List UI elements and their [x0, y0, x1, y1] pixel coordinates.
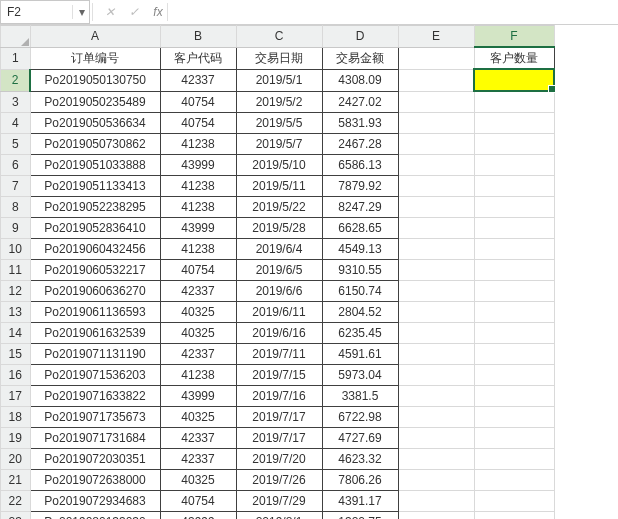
cell-A7[interactable]: Po2019051133413 [30, 176, 160, 197]
cell-D1[interactable]: 交易金额 [322, 47, 398, 69]
formula-input[interactable] [174, 0, 618, 24]
row-header-6[interactable]: 6 [1, 155, 31, 176]
cell-B3[interactable]: 40754 [160, 91, 236, 113]
cell-D23[interactable]: 1320.75 [322, 512, 398, 520]
cell-F9[interactable] [474, 218, 554, 239]
cell-B4[interactable]: 40754 [160, 113, 236, 134]
cell-E1[interactable] [398, 47, 474, 69]
cell-B21[interactable]: 40325 [160, 470, 236, 491]
cell-C7[interactable]: 2019/5/11 [236, 176, 322, 197]
cell-E6[interactable] [398, 155, 474, 176]
row-header-23[interactable]: 23 [1, 512, 31, 520]
cell-C12[interactable]: 2019/6/6 [236, 281, 322, 302]
cell-D6[interactable]: 6586.13 [322, 155, 398, 176]
name-box[interactable]: F2 ▾ [0, 0, 90, 24]
cell-D17[interactable]: 3381.5 [322, 386, 398, 407]
cell-F20[interactable] [474, 449, 554, 470]
grid[interactable]: A B C D E F 1订单编号客户代码交易日期交易金额客户数量2Po2019… [0, 25, 618, 519]
row-header-3[interactable]: 3 [1, 91, 31, 113]
cell-B1[interactable]: 客户代码 [160, 47, 236, 69]
cell-E15[interactable] [398, 344, 474, 365]
cell-F1[interactable]: 客户数量 [474, 47, 554, 69]
row-header-8[interactable]: 8 [1, 197, 31, 218]
cell-E14[interactable] [398, 323, 474, 344]
cell-B11[interactable]: 40754 [160, 260, 236, 281]
cell-A23[interactable]: Po2019080133030 [30, 512, 160, 520]
cell-F3[interactable] [474, 91, 554, 113]
cell-A20[interactable]: Po2019072030351 [30, 449, 160, 470]
cell-C15[interactable]: 2019/7/11 [236, 344, 322, 365]
cell-A4[interactable]: Po2019050536634 [30, 113, 160, 134]
cell-A11[interactable]: Po2019060532217 [30, 260, 160, 281]
row-header-19[interactable]: 19 [1, 428, 31, 449]
cell-A14[interactable]: Po2019061632539 [30, 323, 160, 344]
cell-F6[interactable] [474, 155, 554, 176]
cell-B22[interactable]: 40754 [160, 491, 236, 512]
cell-D18[interactable]: 6722.98 [322, 407, 398, 428]
col-header-B[interactable]: B [160, 26, 236, 48]
cell-E20[interactable] [398, 449, 474, 470]
cell-C5[interactable]: 2019/5/7 [236, 134, 322, 155]
cell-D22[interactable]: 4391.17 [322, 491, 398, 512]
cell-F10[interactable] [474, 239, 554, 260]
col-header-E[interactable]: E [398, 26, 474, 48]
cell-F16[interactable] [474, 365, 554, 386]
row-header-14[interactable]: 14 [1, 323, 31, 344]
cell-C18[interactable]: 2019/7/17 [236, 407, 322, 428]
cell-A19[interactable]: Po2019071731684 [30, 428, 160, 449]
cell-A8[interactable]: Po2019052238295 [30, 197, 160, 218]
cell-B9[interactable]: 43999 [160, 218, 236, 239]
row-header-7[interactable]: 7 [1, 176, 31, 197]
cell-C19[interactable]: 2019/7/17 [236, 428, 322, 449]
cell-E3[interactable] [398, 91, 474, 113]
cell-E4[interactable] [398, 113, 474, 134]
cell-C22[interactable]: 2019/7/29 [236, 491, 322, 512]
cell-B14[interactable]: 40325 [160, 323, 236, 344]
cell-E18[interactable] [398, 407, 474, 428]
cell-C14[interactable]: 2019/6/16 [236, 323, 322, 344]
cell-C1[interactable]: 交易日期 [236, 47, 322, 69]
cell-D9[interactable]: 6628.65 [322, 218, 398, 239]
cell-F5[interactable] [474, 134, 554, 155]
cell-C21[interactable]: 2019/7/26 [236, 470, 322, 491]
cell-A17[interactable]: Po2019071633822 [30, 386, 160, 407]
fx-icon[interactable]: fx [151, 5, 165, 19]
cell-D21[interactable]: 7806.26 [322, 470, 398, 491]
worksheet-grid[interactable]: A B C D E F 1订单编号客户代码交易日期交易金额客户数量2Po2019… [0, 25, 555, 519]
row-header-18[interactable]: 18 [1, 407, 31, 428]
col-header-F[interactable]: F [474, 26, 554, 48]
cell-D3[interactable]: 2427.02 [322, 91, 398, 113]
cell-C17[interactable]: 2019/7/16 [236, 386, 322, 407]
cell-F21[interactable] [474, 470, 554, 491]
row-header-22[interactable]: 22 [1, 491, 31, 512]
col-header-C[interactable]: C [236, 26, 322, 48]
cell-B2[interactable]: 42337 [160, 69, 236, 91]
cell-E16[interactable] [398, 365, 474, 386]
cell-E10[interactable] [398, 239, 474, 260]
cell-F18[interactable] [474, 407, 554, 428]
cell-F19[interactable] [474, 428, 554, 449]
cell-B7[interactable]: 41238 [160, 176, 236, 197]
row-header-4[interactable]: 4 [1, 113, 31, 134]
col-header-A[interactable]: A [30, 26, 160, 48]
cell-B15[interactable]: 42337 [160, 344, 236, 365]
col-header-D[interactable]: D [322, 26, 398, 48]
cell-C16[interactable]: 2019/7/15 [236, 365, 322, 386]
cell-E23[interactable] [398, 512, 474, 520]
name-box-dropdown-icon[interactable]: ▾ [72, 5, 89, 19]
cell-D2[interactable]: 4308.09 [322, 69, 398, 91]
cell-A3[interactable]: Po2019050235489 [30, 91, 160, 113]
cell-C4[interactable]: 2019/5/5 [236, 113, 322, 134]
row-header-10[interactable]: 10 [1, 239, 31, 260]
cell-D10[interactable]: 4549.13 [322, 239, 398, 260]
cell-A10[interactable]: Po2019060432456 [30, 239, 160, 260]
cell-D20[interactable]: 4623.32 [322, 449, 398, 470]
cell-D15[interactable]: 4591.61 [322, 344, 398, 365]
cell-A21[interactable]: Po2019072638000 [30, 470, 160, 491]
cell-A5[interactable]: Po2019050730862 [30, 134, 160, 155]
cell-E21[interactable] [398, 470, 474, 491]
cell-C8[interactable]: 2019/5/22 [236, 197, 322, 218]
row-header-15[interactable]: 15 [1, 344, 31, 365]
cell-B17[interactable]: 43999 [160, 386, 236, 407]
cell-B23[interactable]: 43999 [160, 512, 236, 520]
